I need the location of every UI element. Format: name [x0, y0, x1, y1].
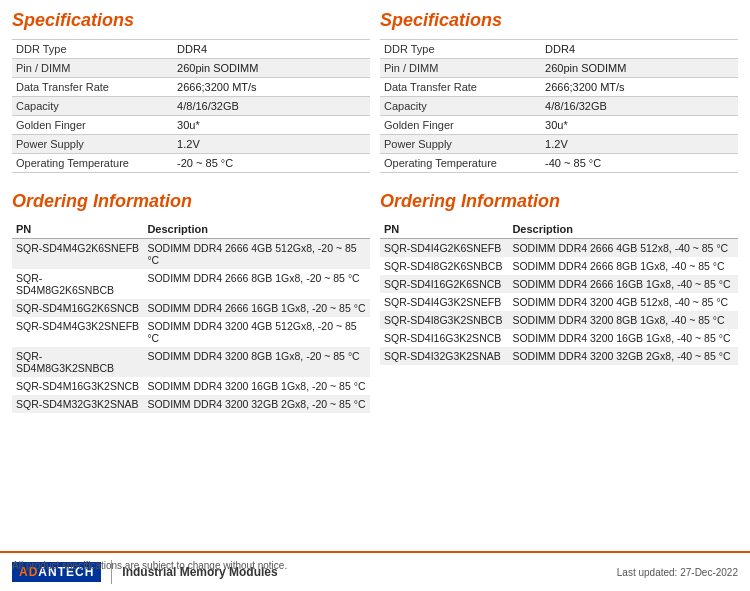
right-order-header-row: PN Description: [380, 220, 738, 239]
right-spec-table: DDR TypeDDR4Pin / DIMM260pin SODIMMData …: [380, 39, 738, 173]
table-row: Golden Finger30u*: [12, 116, 370, 135]
table-row: Capacity4/8/16/32GB: [380, 97, 738, 116]
spec-value: DDR4: [541, 40, 738, 59]
order-pn: SQR-SD4M16G2K6SNCB: [12, 299, 143, 317]
table-row: DDR TypeDDR4: [380, 40, 738, 59]
table-row: Golden Finger30u*: [380, 116, 738, 135]
order-desc: SODIMM DDR4 3200 16GB 1Gx8, -20 ~ 85 °C: [143, 377, 370, 395]
table-row: Operating Temperature-40 ~ 85 °C: [380, 154, 738, 173]
footer-date: Last updated: 27-Dec-2022: [617, 567, 738, 578]
order-pn: SQR-SD4M4G3K2SNEFB: [12, 317, 143, 347]
spec-label: Power Supply: [12, 135, 173, 154]
order-pn: SQR-SD4M8G2K6SNBCB: [12, 269, 143, 299]
spec-label: Power Supply: [380, 135, 541, 154]
order-pn: SQR-SD4I8G2K6SNBCB: [380, 257, 508, 275]
spec-label: Pin / DIMM: [380, 59, 541, 78]
table-row: Power Supply1.2V: [380, 135, 738, 154]
order-pn: SQR-SD4M32G3K2SNAB: [12, 395, 143, 413]
spec-value: 1.2V: [173, 135, 370, 154]
order-pn: SQR-SD4I16G2K6SNCB: [380, 275, 508, 293]
table-row: Power Supply1.2V: [12, 135, 370, 154]
spec-value: 4/8/16/32GB: [541, 97, 738, 116]
main-content: Specifications DDR TypeDDR4Pin / DIMM260…: [0, 0, 750, 473]
spec-value: -20 ~ 85 °C: [173, 154, 370, 173]
order-pn: SQR-SD4I8G3K2SNBCB: [380, 311, 508, 329]
order-desc: SODIMM DDR4 3200 32GB 2Gx8, -40 ~ 85 °C: [508, 347, 738, 365]
table-row: Capacity4/8/16/32GB: [12, 97, 370, 116]
order-pn: SQR-SD4I32G3K2SNAB: [380, 347, 508, 365]
spec-label: Data Transfer Rate: [380, 78, 541, 97]
spec-value: 1.2V: [541, 135, 738, 154]
spec-label: Capacity: [12, 97, 173, 116]
spec-value: DDR4: [173, 40, 370, 59]
table-row: SQR-SD4M8G3K2SNBCBSODIMM DDR4 3200 8GB 1…: [12, 347, 370, 377]
table-row: Data Transfer Rate2666;3200 MT/s: [12, 78, 370, 97]
right-order-table: PN Description SQR-SD4I4G2K6SNEFBSODIMM …: [380, 220, 738, 365]
order-pn: SQR-SD4M4G2K6SNEFB: [12, 239, 143, 270]
left-ordering-title: Ordering Information: [12, 191, 370, 212]
spec-label: Pin / DIMM: [12, 59, 173, 78]
spec-value: 4/8/16/32GB: [173, 97, 370, 116]
spec-value: -40 ~ 85 °C: [541, 154, 738, 173]
left-spec-table: DDR TypeDDR4Pin / DIMM260pin SODIMMData …: [12, 39, 370, 173]
spec-label: Operating Temperature: [12, 154, 173, 173]
table-row: SQR-SD4I16G3K2SNCBSODIMM DDR4 3200 16GB …: [380, 329, 738, 347]
order-desc: SODIMM DDR4 2666 4GB 512x8, -40 ~ 85 °C: [508, 239, 738, 258]
spec-label: Golden Finger: [12, 116, 173, 135]
spec-value: 2666;3200 MT/s: [173, 78, 370, 97]
table-row: SQR-SD4M4G2K6SNEFBSODIMM DDR4 2666 4GB 5…: [12, 239, 370, 270]
right-ordering-title: Ordering Information: [380, 191, 738, 212]
table-row: Pin / DIMM260pin SODIMM: [12, 59, 370, 78]
spec-label: DDR Type: [12, 40, 173, 59]
footer-right: Last updated: 27-Dec-2022: [617, 567, 738, 578]
table-row: SQR-SD4M8G2K6SNBCBSODIMM DDR4 2666 8GB 1…: [12, 269, 370, 299]
table-row: SQR-SD4I16G2K6SNCBSODIMM DDR4 2666 16GB …: [380, 275, 738, 293]
order-desc: SODIMM DDR4 3200 16GB 1Gx8, -40 ~ 85 °C: [508, 329, 738, 347]
spec-label: Operating Temperature: [380, 154, 541, 173]
order-pn: SQR-SD4I4G3K2SNEFB: [380, 293, 508, 311]
order-pn: SQR-SD4M8G3K2SNBCB: [12, 347, 143, 377]
table-row: Pin / DIMM260pin SODIMM: [380, 59, 738, 78]
order-desc: SODIMM DDR4 2666 8GB 1Gx8, -20 ~ 85 °C: [143, 269, 370, 299]
right-desc-header: Description: [508, 220, 738, 239]
table-row: Operating Temperature-20 ~ 85 °C: [12, 154, 370, 173]
left-order-header-row: PN Description: [12, 220, 370, 239]
order-desc: SODIMM DDR4 3200 8GB 1Gx8, -20 ~ 85 °C: [143, 347, 370, 377]
order-desc: SODIMM DDR4 3200 32GB 2Gx8, -20 ~ 85 °C: [143, 395, 370, 413]
table-row: SQR-SD4I4G3K2SNEFBSODIMM DDR4 3200 4GB 5…: [380, 293, 738, 311]
spec-label: DDR Type: [380, 40, 541, 59]
order-desc: SODIMM DDR4 2666 4GB 512Gx8, -20 ~ 85 °C: [143, 239, 370, 270]
order-desc: SODIMM DDR4 3200 8GB 1Gx8, -40 ~ 85 °C: [508, 311, 738, 329]
order-pn: SQR-SD4M16G3K2SNCB: [12, 377, 143, 395]
table-row: SQR-SD4M32G3K2SNABSODIMM DDR4 3200 32GB …: [12, 395, 370, 413]
table-row: SQR-SD4I32G3K2SNABSODIMM DDR4 3200 32GB …: [380, 347, 738, 365]
order-desc: SODIMM DDR4 2666 8GB 1Gx8, -40 ~ 85 °C: [508, 257, 738, 275]
table-row: SQR-SD4M16G3K2SNCBSODIMM DDR4 3200 16GB …: [12, 377, 370, 395]
left-desc-header: Description: [143, 220, 370, 239]
table-row: SQR-SD4I8G3K2SNBCBSODIMM DDR4 3200 8GB 1…: [380, 311, 738, 329]
table-row: SQR-SD4I4G2K6SNEFBSODIMM DDR4 2666 4GB 5…: [380, 239, 738, 258]
order-desc: SODIMM DDR4 2666 16GB 1Gx8, -40 ~ 85 °C: [508, 275, 738, 293]
right-specs-title: Specifications: [380, 10, 738, 31]
table-row: SQR-SD4M4G3K2SNEFBSODIMM DDR4 3200 4GB 5…: [12, 317, 370, 347]
spec-value: 30u*: [541, 116, 738, 135]
spec-value: 30u*: [173, 116, 370, 135]
order-desc: SODIMM DDR4 3200 4GB 512x8, -40 ~ 85 °C: [508, 293, 738, 311]
spec-label: Data Transfer Rate: [12, 78, 173, 97]
order-pn: SQR-SD4I16G3K2SNCB: [380, 329, 508, 347]
spec-value: 260pin SODIMM: [541, 59, 738, 78]
right-pn-header: PN: [380, 220, 508, 239]
right-column: Specifications DDR TypeDDR4Pin / DIMM260…: [380, 10, 738, 413]
order-desc: SODIMM DDR4 3200 4GB 512Gx8, -20 ~ 85 °C: [143, 317, 370, 347]
left-specs-title: Specifications: [12, 10, 370, 31]
left-column: Specifications DDR TypeDDR4Pin / DIMM260…: [12, 10, 370, 413]
order-pn: SQR-SD4I4G2K6SNEFB: [380, 239, 508, 258]
spec-label: Golden Finger: [380, 116, 541, 135]
table-row: SQR-SD4M16G2K6SNCBSODIMM DDR4 2666 16GB …: [12, 299, 370, 317]
order-desc: SODIMM DDR4 2666 16GB 1Gx8, -20 ~ 85 °C: [143, 299, 370, 317]
table-row: Data Transfer Rate2666;3200 MT/s: [380, 78, 738, 97]
left-pn-header: PN: [12, 220, 143, 239]
footer: ADANTECH Industrial Memory Modules Last …: [0, 551, 750, 591]
spec-label: Capacity: [380, 97, 541, 116]
spec-value: 260pin SODIMM: [173, 59, 370, 78]
